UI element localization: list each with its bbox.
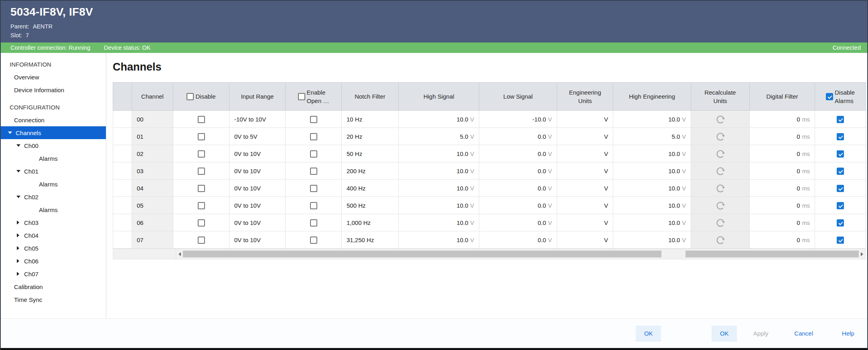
row-select-cell[interactable] <box>113 214 132 231</box>
row-select-cell[interactable] <box>113 197 132 214</box>
disable-alarms-checkbox[interactable] <box>837 150 844 158</box>
recalculate-units-cell[interactable] <box>691 197 750 214</box>
recalculate-units-cell[interactable] <box>691 180 750 197</box>
high-signal-cell[interactable]: 10.0V <box>399 162 479 180</box>
engineering-units-cell[interactable]: V <box>557 214 613 231</box>
low-signal-cell[interactable]: 0.0V <box>479 162 557 180</box>
engineering-units-cell[interactable]: V <box>557 162 613 180</box>
row-select-cell[interactable] <box>113 145 132 162</box>
high-signal-cell[interactable]: 10.0V <box>399 180 479 197</box>
sidebar-item-device-information[interactable]: Device Information <box>1 83 106 96</box>
input-range-cell[interactable]: 0V to 5V <box>229 128 286 145</box>
sidebar-item-ch05[interactable]: Ch05 <box>1 242 106 255</box>
disable-alarms-checkbox[interactable] <box>837 185 844 192</box>
recalculate-units-cell[interactable] <box>691 145 750 162</box>
disable-checkbox[interactable] <box>198 116 205 123</box>
enable-open-checkbox[interactable] <box>310 185 317 192</box>
ok-button-2[interactable]: OK <box>712 326 737 342</box>
sidebar-item-calibration[interactable]: Calibration <box>1 280 106 293</box>
high-signal-cell[interactable]: 10.0V <box>399 111 479 128</box>
input-range-cell[interactable]: 0V to 10V <box>229 214 286 231</box>
high-engineering-cell[interactable]: 10.0V <box>613 197 691 214</box>
enable-open-checkbox[interactable] <box>310 237 317 244</box>
sidebar-item-ch00-alarms[interactable]: Alarms <box>1 152 106 165</box>
low-signal-cell[interactable]: 0.0V <box>479 145 557 162</box>
scroll-thumb-2[interactable] <box>685 251 859 257</box>
high-signal-cell[interactable]: 10.0V <box>399 214 479 231</box>
scroll-left-arrow-icon[interactable] <box>176 249 183 259</box>
enable-open-checkbox[interactable] <box>310 168 317 175</box>
disable-alarms-all-checkbox[interactable] <box>826 93 833 100</box>
row-select-cell[interactable] <box>113 180 132 197</box>
digital-filter-cell[interactable]: 0ms <box>750 231 815 249</box>
high-engineering-cell[interactable]: 10.0V <box>613 180 691 197</box>
sidebar-item-ch04[interactable]: Ch04 <box>1 229 106 242</box>
low-signal-cell[interactable]: -10.0V <box>479 111 557 128</box>
ok-button[interactable]: OK <box>636 326 661 342</box>
recalculate-units-cell[interactable] <box>691 214 750 231</box>
engineering-units-cell[interactable]: V <box>557 180 613 197</box>
disable-all-checkbox[interactable] <box>187 93 194 100</box>
input-range-cell[interactable]: 0V to 10V <box>229 145 286 162</box>
disable-checkbox[interactable] <box>198 219 205 227</box>
high-engineering-cell[interactable]: 10.0V <box>613 231 691 249</box>
disable-alarms-checkbox[interactable] <box>837 202 844 209</box>
input-range-cell[interactable]: 0V to 10V <box>229 162 286 180</box>
sidebar-item-connection[interactable]: Connection <box>1 113 106 126</box>
disable-alarms-checkbox[interactable] <box>837 219 844 227</box>
disable-checkbox[interactable] <box>198 150 205 158</box>
sidebar-item-overview[interactable]: Overview <box>1 71 106 83</box>
disable-alarms-checkbox[interactable] <box>837 237 844 244</box>
disable-alarms-checkbox[interactable] <box>837 133 844 140</box>
notch-filter-cell[interactable]: 10 Hz <box>342 111 399 128</box>
recalculate-units-cell[interactable] <box>691 111 750 128</box>
engineering-units-cell[interactable]: V <box>557 145 613 162</box>
high-engineering-cell[interactable]: 10.0V <box>613 162 691 180</box>
notch-filter-cell[interactable]: 20 Hz <box>342 128 399 145</box>
engineering-units-cell[interactable]: V <box>557 231 613 249</box>
enable-open-checkbox[interactable] <box>310 116 317 123</box>
help-button[interactable]: Help <box>836 326 861 342</box>
scroll-thumb[interactable] <box>183 251 661 257</box>
digital-filter-cell[interactable]: 0ms <box>750 214 815 231</box>
disable-alarms-checkbox[interactable] <box>837 168 844 175</box>
high-signal-cell[interactable]: 10.0V <box>399 197 479 214</box>
recalculate-units-cell[interactable] <box>691 128 750 145</box>
sidebar-item-ch02-alarms[interactable]: Alarms <box>1 203 106 216</box>
cancel-button[interactable]: Cancel <box>790 326 817 342</box>
sidebar-item-time-sync[interactable]: Time Sync <box>1 293 106 306</box>
high-engineering-cell[interactable]: 10.0V <box>613 214 691 231</box>
input-range-cell[interactable]: 0V to 10V <box>229 197 286 214</box>
input-range-cell[interactable]: 0V to 10V <box>229 231 286 249</box>
low-signal-cell[interactable]: 0.0V <box>479 128 557 145</box>
notch-filter-cell[interactable]: 1,000 Hz <box>342 214 399 231</box>
input-range-cell[interactable]: 0V to 10V <box>229 180 286 197</box>
sidebar-item-ch07[interactable]: Ch07 <box>1 267 106 280</box>
row-select-cell[interactable] <box>113 128 132 145</box>
scrollbar-track[interactable] <box>176 249 866 259</box>
row-select-cell[interactable] <box>113 111 132 128</box>
low-signal-cell[interactable]: 0.0V <box>479 180 557 197</box>
row-select-cell[interactable] <box>113 231 132 249</box>
digital-filter-cell[interactable]: 0ms <box>750 197 815 214</box>
notch-filter-cell[interactable]: 31,250 Hz <box>342 231 399 249</box>
sidebar-item-ch06[interactable]: Ch06 <box>1 255 106 267</box>
row-select-cell[interactable] <box>113 162 132 180</box>
notch-filter-cell[interactable]: 500 Hz <box>342 197 399 214</box>
digital-filter-cell[interactable]: 0ms <box>750 111 815 128</box>
enable-open-checkbox[interactable] <box>310 150 317 158</box>
disable-checkbox[interactable] <box>198 202 205 209</box>
low-signal-cell[interactable]: 0.0V <box>479 231 557 249</box>
disable-checkbox[interactable] <box>198 185 205 192</box>
sidebar-item-ch01[interactable]: Ch01 <box>1 165 106 178</box>
enable-open-checkbox[interactable] <box>310 219 317 227</box>
scroll-right-arrow-icon[interactable] <box>858 249 865 259</box>
sidebar-item-ch01-alarms[interactable]: Alarms <box>1 178 106 190</box>
disable-alarms-checkbox[interactable] <box>837 116 844 123</box>
recalculate-units-cell[interactable] <box>691 162 750 180</box>
engineering-units-cell[interactable]: V <box>557 128 613 145</box>
high-engineering-cell[interactable]: 10.0V <box>613 145 691 162</box>
digital-filter-cell[interactable]: 0ms <box>750 162 815 180</box>
enable-open-checkbox[interactable] <box>310 202 317 209</box>
notch-filter-cell[interactable]: 400 Hz <box>342 180 399 197</box>
